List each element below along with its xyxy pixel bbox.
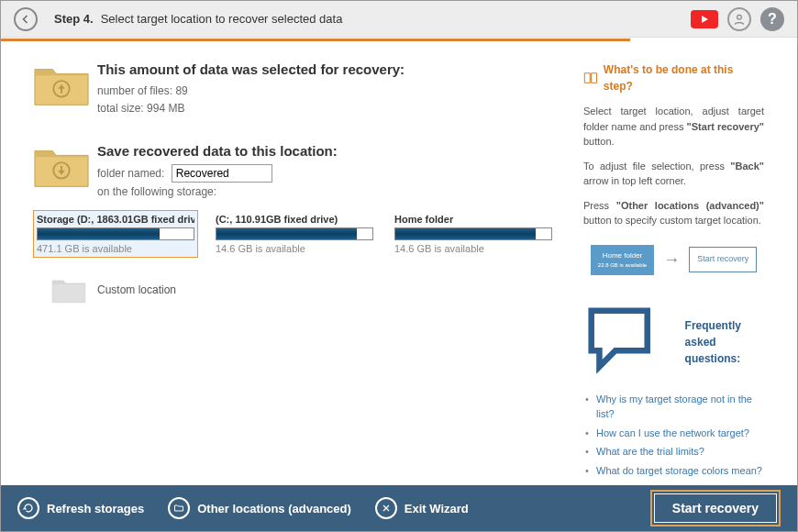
sidebar-text: To adjust file selection, press "Back" a… [583,159,764,189]
book-icon [583,72,598,84]
folder-name-input[interactable] [172,164,272,183]
other-locations-button[interactable]: Other locations (advanced) [168,497,351,519]
youtube-icon[interactable] [691,10,718,28]
sidebar-heading: What's to be done at this step? [583,61,764,94]
faq-link[interactable]: How can I use the network target? [583,424,764,443]
custom-location-option[interactable]: Custom location [51,276,583,304]
header: Step 4. Select target location to recove… [1,1,797,38]
storage-list: Storage (D:, 1863.01GB fixed drive) 471.… [33,210,583,258]
folder-name-row: folder named: [97,164,583,183]
storage-available: 14.6 GB is available [216,243,373,254]
storage-label: on the following storage: [97,183,583,201]
start-recovery-button[interactable]: Start recovery [650,490,781,526]
back-button[interactable] [14,7,38,31]
hint-start-thumb: Start recovery [689,247,757,272]
storage-available: 471.1 GB is available [37,243,194,254]
faq-link[interactable]: What do target storage colors mean? [583,461,764,481]
sidebar-text: Press "Other locations (advanced)" butto… [583,198,764,228]
exit-wizard-button[interactable]: Exit Wizard [375,497,469,519]
refresh-storages-button[interactable]: Refresh storages [17,497,144,519]
storage-bar [216,227,373,240]
custom-location-label: Custom location [97,283,176,296]
step-number: Step 4. [54,12,94,26]
faq-heading: Frequently asked questions: [583,303,764,382]
faq-link[interactable]: What are the trial limits? [583,442,764,461]
progress-fill [1,39,630,41]
chat-icon [583,303,680,382]
storage-option[interactable]: (C:, 110.91GB fixed drive) 14.6 GB is av… [212,210,377,258]
folder-icon [51,276,86,304]
storage-available: 14.6 GB is available [394,243,552,254]
upload-folder-icon [33,61,97,117]
storage-bar [37,227,194,240]
total-size-row: total size: 994 MB [97,100,583,117]
storage-option[interactable]: Home folder 14.6 GB is available [391,210,556,258]
arrow-left-icon [20,14,31,25]
folder-icon [168,497,190,519]
storage-bar [394,227,552,240]
faq-list: Why is my target storage not in the list… [583,390,764,481]
refresh-icon [17,497,39,519]
help-icon[interactable]: ? [760,7,784,31]
hint-image: Home folder 22.8 GB is available → Start… [583,245,764,275]
step-title: Select target location to recover select… [101,12,343,26]
storage-option[interactable]: Storage (D:, 1863.01GB fixed drive) 471.… [33,210,198,258]
storage-name: Storage (D:, 1863.01GB fixed drive) [37,214,194,225]
save-title: Save recovered data to this location: [97,143,583,159]
download-folder-icon [33,143,97,200]
arrow-right-icon: → [663,248,680,272]
user-icon[interactable] [727,7,751,31]
footer: Refresh storages Other locations (advanc… [1,485,797,531]
step-progress [1,38,797,43]
files-count-row: number of files: 89 [97,83,583,100]
storage-name: Home folder [394,214,552,225]
summary-title: This amount of data was selected for rec… [97,61,583,77]
sidebar-text: Select target location, adjust target fo… [583,104,764,150]
svg-point-0 [737,15,742,19]
storage-name: (C:, 110.91GB fixed drive) [216,214,373,225]
close-icon [375,497,397,519]
faq-link[interactable]: Why is my target storage not in the list… [583,390,764,424]
hint-storage-thumb: Home folder 22.8 GB is available [591,245,654,275]
